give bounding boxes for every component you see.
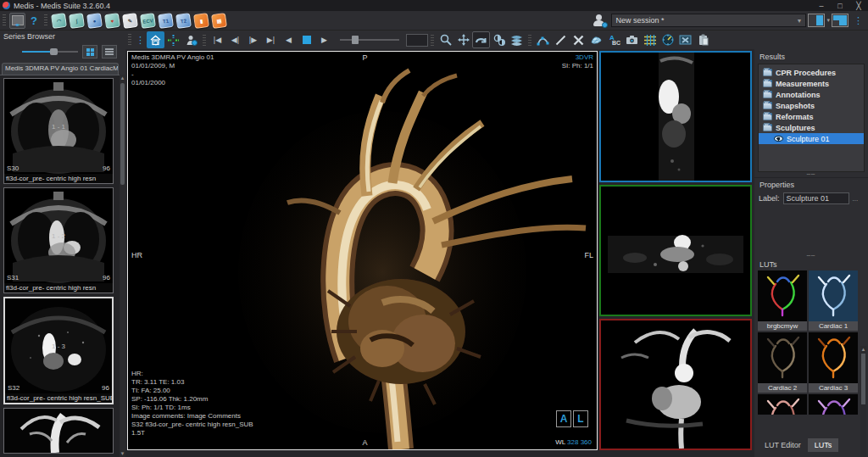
frame-value-box[interactable]	[406, 34, 428, 47]
tree-item-annotations[interactable]: Annotations	[759, 89, 864, 100]
lut-cardiac-1[interactable]: Cardiac 1	[809, 270, 858, 331]
label-more-button[interactable]: ...	[853, 195, 859, 203]
reset-view-button[interactable]	[147, 31, 164, 48]
study-tab[interactable]: Medis 3DMRA PV Angio 01 CardiacM...	[2, 63, 119, 75]
help-button[interactable]: ?	[26, 14, 42, 27]
window-level-button[interactable]	[490, 31, 508, 48]
ruler-tool-button[interactable]	[552, 31, 570, 48]
tree-item-snapshots[interactable]: Snapshots	[759, 100, 864, 111]
sculpt-exclude-button[interactable]	[676, 31, 694, 48]
grid-view-button[interactable]	[82, 45, 97, 59]
last-frame-button[interactable]: ▶|	[262, 31, 280, 48]
lut-label: brgbcmyw	[758, 321, 807, 331]
stop-icon	[303, 36, 311, 44]
speed-slider[interactable]	[340, 39, 399, 41]
scrollbar-thumb[interactable]	[861, 354, 865, 404]
lut-brgbcmyw[interactable]: brgbcmyw	[758, 270, 807, 331]
stop-button[interactable]	[298, 31, 315, 48]
lut-cardiac-2[interactable]: Cardiac 2	[758, 332, 807, 393]
maximize-button[interactable]: □	[831, 2, 849, 10]
lut-preview-image	[758, 394, 807, 415]
tab-lut-editor[interactable]: LUT Editor	[758, 438, 808, 452]
sync-crosshair-button[interactable]	[164, 31, 182, 48]
scroll-down-icon[interactable]: ▼	[120, 450, 125, 457]
sagittal-view[interactable]	[599, 51, 752, 182]
overflow-menu-button[interactable]: ⋮	[850, 15, 868, 26]
tree-item-reformats[interactable]: Reformats	[759, 111, 864, 122]
lut-label: Cardiac 1	[809, 321, 858, 331]
app-launch-icon-4[interactable]: ♥	[104, 12, 120, 28]
layout-grid-button[interactable]	[641, 31, 659, 48]
tools-grip[interactable]	[128, 34, 131, 46]
axial-view[interactable]	[599, 185, 752, 316]
app-launch-icon-t2[interactable]: T2	[175, 12, 192, 28]
luts-title: LUTs	[754, 259, 868, 270]
tools-overflow-button[interactable]: ⋮	[134, 35, 147, 46]
tree-item-measurements[interactable]: Measurements	[759, 78, 864, 89]
viewer-layout-button[interactable]	[9, 13, 25, 29]
first-frame-button[interactable]: |◀	[209, 31, 226, 48]
layout-icon	[12, 15, 24, 25]
annotation-tool-button[interactable]: ABC	[605, 31, 623, 48]
play-reverse-button[interactable]: ◀	[280, 31, 298, 48]
series-thumbnail-partial[interactable]	[3, 408, 114, 454]
next-frame-button[interactable]: |▶	[244, 31, 262, 48]
minimize-button[interactable]: –	[812, 2, 831, 10]
tab-luts[interactable]: LUTs	[808, 438, 839, 452]
pan-tool-button[interactable]	[454, 31, 472, 48]
sculpt-tool-button[interactable]	[587, 31, 605, 48]
coronal-view[interactable]	[599, 319, 752, 450]
tree-item-cpr-procedures[interactable]: CPR Procedures	[759, 67, 864, 78]
thumbnail-size-slider[interactable]	[22, 51, 78, 53]
scrollbar-thumb[interactable]	[120, 83, 125, 185]
rotate-tool-button[interactable]	[472, 31, 490, 48]
lut-item-5[interactable]	[758, 394, 807, 415]
visibility-eye-icon[interactable]	[774, 136, 783, 142]
toolbar-grip[interactable]	[3, 14, 6, 26]
label-input[interactable]: Sculpture 01	[783, 192, 849, 204]
list-view-button[interactable]	[102, 45, 117, 59]
delete-tool-button[interactable]	[570, 31, 587, 48]
lut-scrollbar[interactable]: ▲ ▼	[860, 346, 866, 457]
thumbnail-image	[4, 409, 113, 453]
app-launch-icon-3[interactable]: ●	[86, 12, 103, 28]
series-thumbnail-s30[interactable]: 1 - 1 S30 96 fl3d-cor_pre- centric high …	[3, 78, 114, 184]
app-launch-icon-t1[interactable]: T1	[158, 12, 174, 28]
app-launch-icon-ecv[interactable]: ECV	[140, 12, 156, 28]
app-launch-icon-2[interactable]: ∫	[69, 12, 85, 28]
lut-cardiac-3[interactable]: Cardiac 3	[809, 332, 858, 393]
annotations-toggle-button[interactable]: A	[556, 410, 571, 427]
series-scrollbar[interactable]: ▲ ▼	[120, 75, 125, 457]
app-launch-icon-9[interactable]: ▮	[193, 12, 209, 28]
app-launch-icon-1[interactable]: ◠	[51, 12, 67, 28]
toolbar-grip2[interactable]	[44, 14, 47, 26]
thumbnail-overlay: 1 - 2	[4, 232, 113, 240]
tree-item-sculpture-01[interactable]: Sculpture 01	[759, 133, 864, 144]
layout-preset-button[interactable]	[808, 14, 825, 27]
scroll-up-icon[interactable]: ▲	[120, 75, 125, 81]
stack-scroll-button[interactable]	[508, 31, 526, 48]
scroll-up-icon[interactable]: ▲	[860, 346, 866, 353]
clipboard-button[interactable]	[694, 31, 712, 48]
speed-slider-knob[interactable]	[352, 36, 359, 44]
reset-layout-button[interactable]	[832, 14, 849, 27]
thumbnail-size-knob[interactable]	[50, 48, 58, 55]
curve-tool-button[interactable]	[534, 31, 552, 48]
snapshot-button[interactable]	[623, 31, 641, 48]
app-launch-icon-10[interactable]: ▤	[211, 12, 227, 28]
labels-toggle-button[interactable]: L	[573, 410, 588, 427]
series-thumbnail-s31[interactable]: 1 - 2 S31 96 fl3d-cor_pre- centric high …	[3, 187, 114, 293]
tree-item-sculptures[interactable]: Sculptures	[759, 122, 864, 133]
rotation-dial-button[interactable]	[659, 31, 676, 48]
layout-caret-icon[interactable]: ▾	[826, 17, 830, 24]
app-launch-icon-5[interactable]: ✎	[122, 12, 138, 28]
play-forward-button[interactable]: ▶	[315, 31, 333, 48]
close-button[interactable]: ╳	[849, 2, 868, 10]
lut-item-6[interactable]	[809, 394, 858, 415]
main-3d-viewport[interactable]: Medis 3DMRA PV Angio 01 01/01/2009, M - …	[127, 51, 598, 450]
previous-frame-button[interactable]: ◀|	[226, 31, 244, 48]
zoom-tool-button[interactable]	[437, 31, 454, 48]
session-select[interactable]: New session * ▼	[611, 14, 806, 27]
user-preset-button[interactable]	[182, 31, 200, 48]
series-thumbnail-s32[interactable]: 1 - 3 S32 96 fl3d-cor_pre- centric high …	[3, 297, 114, 404]
